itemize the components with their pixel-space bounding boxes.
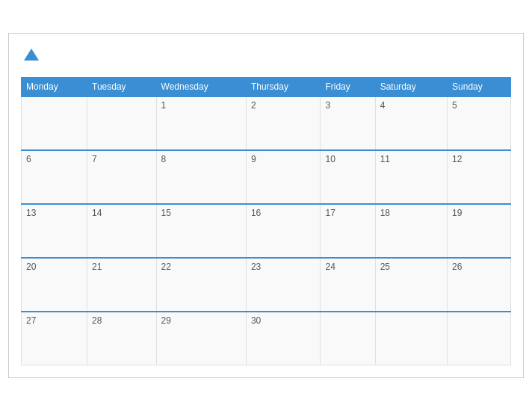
day-cell: 19: [448, 204, 511, 258]
day-number: 5: [452, 100, 457, 111]
day-cell: 29: [156, 312, 246, 365]
day-cell: 16: [246, 204, 321, 258]
day-number: 6: [26, 154, 31, 164]
day-number: 17: [325, 208, 335, 218]
day-number: 28: [92, 315, 102, 326]
calendar-thead: MondayTuesdayWednesdayThursdayFridaySatu…: [22, 77, 511, 96]
day-cell: 20: [22, 258, 87, 312]
day-cell: [375, 312, 447, 365]
day-number: 15: [161, 208, 171, 218]
day-number: 21: [92, 262, 102, 272]
day-cell: 1: [156, 96, 246, 150]
day-cell: 10: [321, 150, 375, 204]
day-cell: [87, 96, 157, 150]
calendar-body: 1234567891011121314151617181920212223242…: [22, 96, 511, 365]
col-header-friday: Friday: [321, 77, 375, 96]
col-header-saturday: Saturday: [375, 77, 447, 96]
day-cell: 26: [448, 258, 511, 312]
day-number: 19: [452, 208, 462, 218]
day-cell: 12: [448, 150, 511, 204]
day-number: 8: [161, 154, 167, 164]
day-number: 2: [251, 100, 256, 111]
day-cell: 30: [246, 312, 321, 365]
calendar-grid: MondayTuesdayWednesdayThursdayFridaySatu…: [21, 77, 511, 366]
day-number: 24: [325, 262, 335, 272]
col-header-monday: Monday: [22, 77, 87, 96]
day-cell: 25: [375, 258, 447, 312]
day-cell: 3: [321, 96, 375, 150]
week-row-4: 20212223242526: [22, 258, 511, 312]
day-number: 11: [380, 154, 390, 164]
day-cell: 18: [375, 204, 447, 258]
logo-icon: [21, 46, 42, 67]
day-number: 9: [251, 154, 256, 164]
day-cell: 22: [156, 258, 246, 312]
day-cell: 21: [87, 258, 157, 312]
calendar-header: [21, 46, 511, 67]
col-header-tuesday: Tuesday: [87, 77, 157, 96]
col-header-thursday: Thursday: [246, 77, 321, 96]
col-header-wednesday: Wednesday: [156, 77, 246, 96]
logo: [21, 46, 43, 67]
col-header-sunday: Sunday: [448, 77, 511, 96]
day-cell: [448, 312, 511, 365]
day-number: 22: [161, 262, 171, 272]
day-cell: 27: [22, 312, 87, 365]
day-number: 30: [251, 315, 261, 326]
day-cell: 5: [448, 96, 511, 150]
day-number: 13: [26, 208, 36, 218]
day-number: 27: [26, 315, 36, 326]
day-number: 3: [325, 100, 330, 111]
day-cell: 14: [87, 204, 157, 258]
day-cell: 11: [375, 150, 447, 204]
day-number: 4: [380, 100, 386, 111]
day-cell: 6: [22, 150, 87, 204]
day-cell: 23: [246, 258, 321, 312]
day-number: 10: [325, 154, 335, 164]
day-number: 18: [380, 208, 390, 218]
day-number: 25: [380, 262, 390, 272]
day-number: 7: [92, 154, 97, 164]
day-cell: 17: [321, 204, 375, 258]
week-row-1: 12345: [22, 96, 511, 150]
day-cell: [321, 312, 375, 365]
day-number: 14: [92, 208, 102, 218]
svg-marker-0: [24, 49, 39, 61]
day-number: 26: [452, 262, 462, 272]
day-cell: 8: [156, 150, 246, 204]
day-number: 29: [161, 315, 171, 326]
day-number: 12: [452, 154, 462, 164]
week-row-2: 6789101112: [22, 150, 511, 204]
day-cell: [22, 96, 87, 150]
day-cell: 2: [246, 96, 321, 150]
day-cell: 28: [87, 312, 157, 365]
day-number: 16: [251, 208, 261, 218]
calendar-container: MondayTuesdayWednesdayThursdayFridaySatu…: [8, 33, 524, 379]
day-number: 20: [26, 262, 36, 272]
day-cell: 4: [375, 96, 447, 150]
week-row-3: 13141516171819: [22, 204, 511, 258]
week-row-5: 27282930: [22, 312, 511, 365]
day-cell: 15: [156, 204, 246, 258]
header-row: MondayTuesdayWednesdayThursdayFridaySatu…: [22, 77, 511, 96]
day-cell: 13: [22, 204, 87, 258]
day-cell: 7: [87, 150, 157, 204]
day-cell: 24: [321, 258, 375, 312]
day-number: 23: [251, 262, 261, 272]
day-cell: 9: [246, 150, 321, 204]
day-number: 1: [161, 100, 167, 111]
